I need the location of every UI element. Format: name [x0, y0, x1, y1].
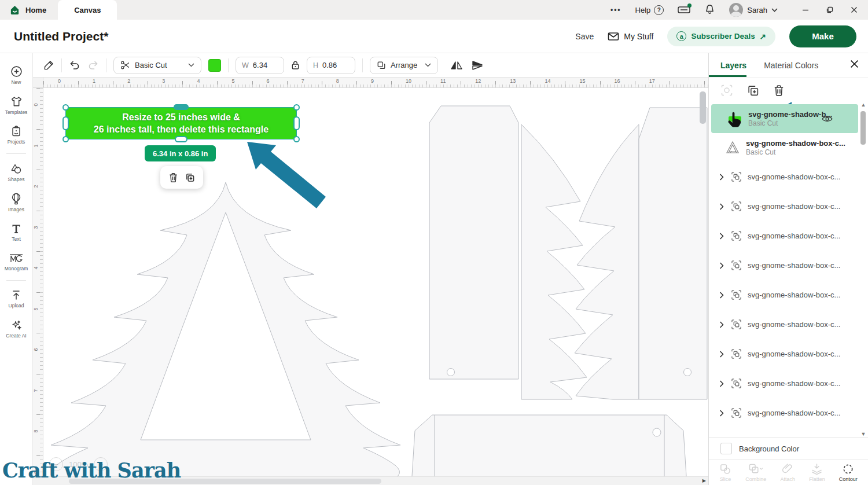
background-color-row[interactable]: Background Color — [709, 437, 868, 460]
flatten-icon — [811, 463, 823, 475]
resize-handle-bottom-left[interactable] — [62, 136, 69, 142]
height-input[interactable] — [322, 61, 348, 69]
ruler-number: 10 — [406, 78, 411, 84]
fill-color-swatch[interactable] — [208, 59, 221, 72]
scroll-right-icon[interactable]: ▶ — [703, 478, 706, 483]
chevron-right-icon[interactable] — [718, 174, 725, 181]
resize-handle-top[interactable] — [174, 104, 189, 110]
redo-button[interactable] — [87, 60, 99, 71]
attach-button[interactable]: Attach — [780, 463, 795, 482]
design-canvas[interactable]: 01234567891011121314151617 0123456789 — [33, 78, 708, 485]
chevron-right-icon[interactable] — [718, 321, 725, 328]
resize-handle-top-right[interactable] — [293, 104, 300, 111]
chevron-right-icon[interactable] — [718, 410, 725, 417]
layer-group-row[interactable]: svg-gnome-shadow-box-c... — [709, 369, 860, 398]
trash-icon[interactable] — [168, 172, 178, 183]
resize-handle-right[interactable] — [293, 116, 300, 130]
resize-handle-left[interactable] — [62, 116, 69, 130]
edit-pencil-icon[interactable] — [43, 60, 54, 71]
sidebar-item-create-ai[interactable]: Create AI — [0, 314, 32, 344]
height-field[interactable]: H — [307, 57, 355, 74]
group-icon — [731, 378, 742, 389]
ruler-number: 4 — [197, 78, 200, 84]
undo-button[interactable] — [69, 60, 80, 71]
width-field[interactable]: W — [236, 57, 284, 74]
chevron-right-icon[interactable] — [718, 233, 725, 240]
tab-material-colors[interactable]: Material Colors — [764, 61, 818, 77]
resize-handle-bottom-right[interactable] — [293, 136, 300, 142]
save-button[interactable]: Save — [575, 32, 594, 41]
layer-group-row[interactable]: svg-gnome-shadow-box-c... — [709, 192, 860, 221]
layers-scrollbar[interactable]: ▲ ▼ — [860, 104, 867, 436]
sidebar-item-upload[interactable]: Upload — [0, 284, 32, 314]
lock-aspect-icon[interactable] — [291, 60, 300, 70]
cut-shapes-layer[interactable] — [43, 88, 708, 485]
background-color-swatch[interactable] — [720, 443, 732, 454]
selected-rectangle[interactable]: Resize to 25 inches wide & 26 inches tal… — [65, 107, 297, 139]
tab-canvas[interactable]: Canvas — [58, 0, 117, 20]
layer-operations-bar: Slice Combine Attach Flatten Contour — [709, 460, 868, 485]
panel-close-icon[interactable] — [850, 60, 859, 68]
machine-status-icon[interactable] — [678, 5, 690, 14]
sidebar-item-label: Images — [8, 207, 24, 212]
layer-group-row[interactable]: svg-gnome-shadow-box-c... — [709, 251, 860, 280]
make-button[interactable]: Make — [789, 25, 856, 47]
chevron-right-icon[interactable] — [718, 292, 725, 299]
sidebar-item-templates[interactable]: Templates — [0, 90, 32, 120]
notifications-bell-icon[interactable] — [704, 4, 715, 16]
tab-layers[interactable]: Layers — [709, 61, 746, 77]
width-input[interactable] — [253, 61, 278, 69]
linetype-select[interactable]: Basic Cut — [113, 57, 201, 74]
chevron-right-icon[interactable] — [718, 262, 725, 269]
delete-layer-icon[interactable] — [773, 84, 785, 97]
tab-home[interactable]: Home — [0, 0, 58, 20]
sidebar-item-new[interactable]: New — [0, 60, 32, 90]
scroll-up-icon[interactable]: ▲ — [860, 102, 867, 108]
window-close-icon[interactable] — [851, 6, 858, 13]
user-menu[interactable]: Sarah — [729, 3, 778, 17]
help-button[interactable]: Help ? — [635, 5, 664, 15]
subscriber-deals-button[interactable]: a Subscriber Deals ↗ — [667, 27, 775, 46]
ruler-number: 0 — [33, 103, 39, 106]
layers-scrollbar-thumb[interactable] — [860, 111, 866, 145]
chevron-right-icon[interactable] — [718, 380, 725, 387]
duplicate-icon[interactable] — [185, 172, 195, 183]
project-title[interactable]: Untitled Project* — [14, 30, 108, 43]
layer-group-row[interactable]: svg-gnome-shadow-box-c... — [709, 310, 860, 339]
titlebar: Home Canvas ••• Help ? Sarah — [0, 0, 868, 20]
layer-group-row[interactable]: svg-gnome-shadow-box-c... — [709, 398, 860, 428]
duplicate-layer-icon[interactable] — [747, 84, 759, 97]
canvas-vertical-scrollbar[interactable] — [700, 91, 706, 124]
layer-row[interactable]: svg-gnome-shadow-box-c... Basic Cut — [709, 133, 860, 162]
flip-vertical-icon[interactable] — [470, 60, 484, 71]
chevron-right-icon[interactable] — [718, 203, 725, 210]
flatten-button[interactable]: Flatten — [809, 463, 825, 482]
sidebar-item-projects[interactable]: Projects — [0, 120, 32, 150]
select-all-icon[interactable] — [720, 84, 733, 97]
layer-group-row[interactable]: svg-gnome-shadow-box-c... — [709, 221, 860, 251]
window-minimize-icon[interactable] — [802, 6, 809, 13]
layer-group-row[interactable]: svg-gnome-shadow-box-c... — [709, 339, 860, 369]
chevron-right-icon[interactable] — [718, 351, 725, 358]
layer-row-selected[interactable]: svg-gnome-shadow-b... Basic Cut — [711, 104, 858, 133]
combine-button[interactable]: Combine — [745, 463, 766, 482]
sidebar-item-text[interactable]: Text — [0, 218, 32, 247]
subscriber-deals-label: Subscriber Deals — [691, 32, 755, 41]
sidebar-item-shapes[interactable]: Shapes — [0, 157, 32, 188]
visibility-eye-icon[interactable] — [822, 115, 833, 123]
contour-button[interactable]: Contour — [839, 463, 858, 482]
layer-group-row[interactable]: svg-gnome-shadow-box-c... — [709, 162, 860, 192]
slice-icon — [719, 463, 731, 475]
resize-handle-top-left[interactable] — [62, 104, 69, 111]
window-maximize-icon[interactable] — [826, 6, 833, 13]
sidebar-item-monogram[interactable]: Monogram — [0, 247, 32, 277]
flip-horizontal-icon[interactable] — [450, 60, 464, 71]
sidebar-item-images[interactable]: Images — [0, 188, 32, 218]
arrange-select[interactable]: Arrange — [370, 57, 438, 74]
more-options-icon[interactable]: ••• — [610, 6, 621, 14]
resize-handle-bottom[interactable] — [175, 136, 187, 142]
scroll-down-icon[interactable]: ▼ — [860, 431, 867, 437]
slice-button[interactable]: Slice — [719, 463, 731, 482]
my-stuff-button[interactable]: My Stuff — [608, 32, 653, 41]
layer-group-row[interactable]: svg-gnome-shadow-box-c... — [709, 280, 860, 310]
